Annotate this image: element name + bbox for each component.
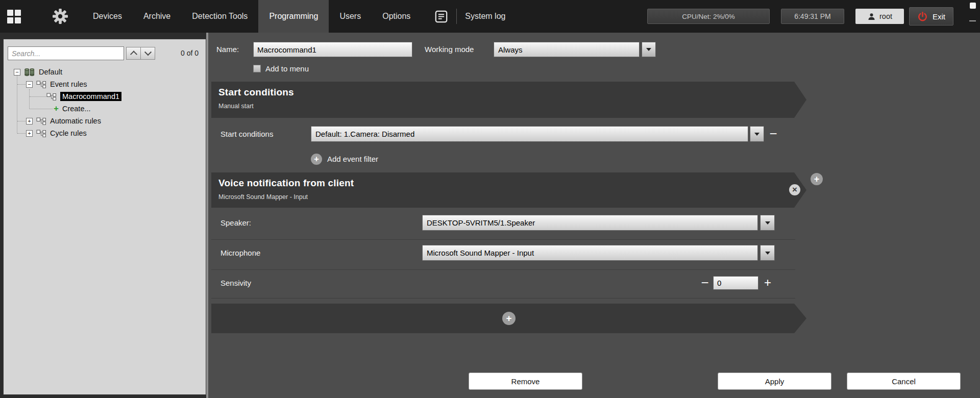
window-minimize-icon[interactable] [969, 20, 976, 21]
microphone-dropdown-arrow[interactable] [760, 245, 775, 261]
database-icon [24, 68, 35, 77]
apps-grid-square [7, 17, 13, 23]
start-condition-dropdown-arrow[interactable] [750, 126, 764, 142]
tree-line [17, 133, 26, 134]
menu-programming[interactable]: Programming [258, 0, 329, 33]
tree-line [17, 121, 26, 121]
expand-box-icon[interactable]: + [26, 118, 33, 125]
apps-grid-square [15, 17, 21, 23]
apps-grid-square [15, 10, 21, 16]
microphone-dropdown[interactable]: Microsoft Sound Mapper - Input [422, 245, 758, 261]
expand-box-icon[interactable]: + [26, 130, 33, 137]
tree-line [29, 89, 30, 109]
username-label: root [879, 12, 892, 20]
row-separator [211, 239, 795, 240]
name-input[interactable] [253, 42, 412, 57]
collapse-box-icon[interactable]: − [14, 69, 20, 76]
add-to-menu-label: Add to menu [265, 61, 309, 77]
tree-line [30, 96, 46, 97]
tree-item-label: Default [39, 68, 62, 76]
apply-button[interactable]: Apply [718, 372, 831, 390]
tree-item-automatic-rules[interactable]: + Automatic rules [26, 115, 101, 127]
menubar-divider [456, 9, 457, 24]
sensitivity-increase-button[interactable]: + [761, 275, 774, 290]
rule-icon [46, 93, 57, 101]
add-event-filter-icon[interactable]: + [311, 154, 322, 165]
chevron-up-icon [130, 51, 137, 58]
cpu-net-indicator[interactable]: CPU/Net: 2%/0% [647, 9, 770, 24]
row-separator [211, 269, 795, 270]
menubar-right-group: CPU/Net: 2%/0% 6:49:31 PM root Exit [647, 7, 953, 26]
section-subtitle: Manual start [211, 98, 806, 110]
speaker-dropdown-arrow[interactable] [760, 215, 775, 231]
working-mode-label: Working mode [425, 42, 474, 57]
remove-button[interactable]: Remove [469, 372, 582, 390]
cancel-button[interactable]: Cancel [847, 372, 961, 390]
system-log-button[interactable]: System log [465, 12, 505, 21]
search-prev-button[interactable] [126, 47, 141, 60]
tree-item-create[interactable]: + Create... [54, 103, 91, 115]
speaker-dropdown[interactable]: DESKTOP-5VRITM5/1.Speaker [422, 215, 758, 231]
gear-icon [53, 9, 68, 24]
tree-item-cycle-rules[interactable]: + Cycle rules [26, 127, 87, 139]
sensitivity-input[interactable] [713, 276, 758, 290]
rule-icon [36, 81, 46, 88]
person-icon [867, 12, 876, 21]
power-icon [917, 11, 928, 22]
row-separator [211, 298, 795, 298]
tree-item-default[interactable]: − Default [14, 66, 62, 78]
tree-item-label-selected: Macrocommand1 [60, 92, 121, 101]
tree-item-label: Cycle rules [50, 129, 87, 137]
exit-button[interactable]: Exit [909, 7, 953, 26]
search-result-count: 0 of 0 [181, 49, 199, 57]
section-subtitle: Microsoft Sound Mapper - Input [211, 189, 806, 201]
add-section-button[interactable]: + [502, 312, 516, 325]
tree-item-label: Automatic rules [50, 117, 101, 125]
remove-condition-button[interactable]: − [767, 126, 780, 141]
tree-line [30, 109, 53, 109]
section-title: Start conditions [211, 82, 806, 98]
tree-item-event-rules[interactable]: − Event rules [26, 78, 87, 90]
rule-icon [36, 117, 46, 125]
create-plus-icon: + [54, 105, 59, 112]
tree-item-label: Create... [62, 105, 91, 113]
tree-item-macrocommand1[interactable]: Macrocommand1 [46, 90, 121, 103]
add-event-filter-label[interactable]: Add event filter [327, 154, 378, 165]
remove-action-button[interactable]: × [789, 184, 800, 195]
voice-notification-banner: Voice notification from client Microsoft… [211, 172, 806, 208]
menu-users[interactable]: Users [329, 0, 372, 33]
add-to-menu-checkbox[interactable] [253, 65, 261, 72]
search-next-button[interactable] [140, 47, 155, 60]
search-input[interactable] [8, 46, 124, 60]
menu-devices[interactable]: Devices [82, 0, 133, 33]
start-conditions-row-label: Start conditions [220, 126, 273, 142]
user-badge[interactable]: root [855, 9, 904, 24]
sensitivity-label: Sensivity [220, 275, 251, 291]
add-action-button[interactable]: + [811, 173, 823, 185]
speaker-label: Speaker: [220, 215, 251, 231]
macrocommand-editor: Name: Working mode Always Add to menu St… [208, 33, 980, 398]
rule-icon [36, 130, 46, 137]
main-menu: Devices Archive Detection Tools Programm… [82, 0, 421, 33]
menu-archive[interactable]: Archive [133, 0, 181, 33]
working-mode-dropdown[interactable]: Always [494, 42, 640, 57]
tree-line [17, 84, 26, 85]
apps-grid-square [7, 10, 13, 16]
settings-gear-button[interactable] [53, 9, 68, 24]
collapse-box-icon[interactable]: − [26, 81, 33, 88]
name-label: Name: [216, 42, 239, 57]
exit-label: Exit [933, 12, 945, 21]
add-section-banner: + [211, 304, 806, 333]
window-restore-icon[interactable] [970, 3, 976, 9]
apps-grid-icon[interactable] [7, 10, 21, 23]
top-menubar: Devices Archive Detection Tools Programm… [0, 0, 980, 33]
clock-display: 6:49:31 PM [781, 9, 844, 24]
chevron-down-icon [144, 48, 151, 56]
sensitivity-decrease-button[interactable]: − [698, 275, 712, 290]
working-mode-dropdown-arrow[interactable] [642, 42, 656, 57]
system-log-icon[interactable] [434, 10, 448, 23]
rules-tree-panel: 0 of 0 − Default − Event rules [3, 39, 206, 395]
menu-options[interactable]: Options [372, 0, 421, 33]
menu-detection-tools[interactable]: Detection Tools [181, 0, 258, 33]
start-condition-dropdown[interactable]: Default: 1.Camera: Disarmed [311, 126, 748, 142]
